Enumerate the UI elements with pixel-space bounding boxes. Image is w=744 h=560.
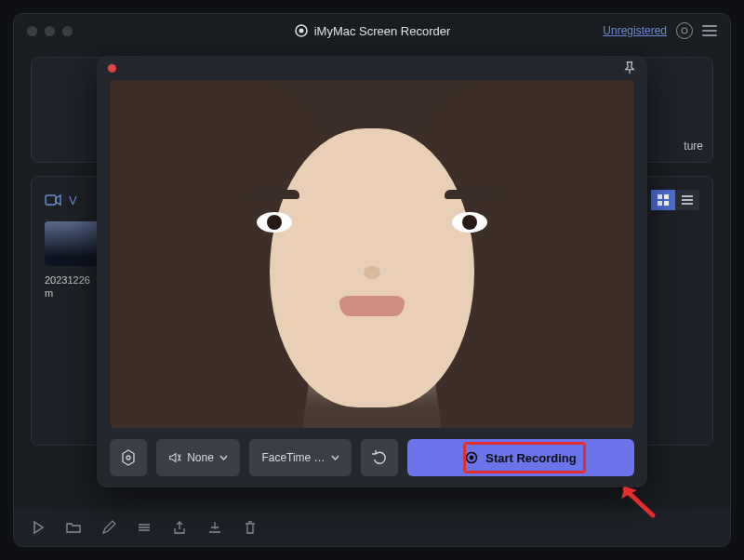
svg-rect-5 bbox=[664, 194, 669, 199]
svg-point-2 bbox=[682, 28, 687, 33]
tool-icon-2[interactable] bbox=[207, 520, 222, 535]
tool-icon-1[interactable] bbox=[137, 520, 152, 535]
section-title-partial: V bbox=[69, 193, 77, 207]
svg-rect-8 bbox=[682, 195, 693, 197]
app-icon bbox=[294, 23, 309, 38]
maximize-dot[interactable] bbox=[62, 26, 73, 36]
svg-point-13 bbox=[470, 456, 474, 460]
grid-view-button[interactable] bbox=[651, 190, 675, 210]
camera-preview bbox=[110, 80, 634, 428]
play-icon[interactable] bbox=[31, 520, 46, 535]
webcam-popup: None FaceTime … Start Recording bbox=[97, 56, 647, 487]
recording-filename: 20231226 m bbox=[45, 273, 102, 300]
audio-label: None bbox=[187, 451, 214, 464]
folder-icon[interactable] bbox=[66, 520, 81, 535]
reset-button[interactable] bbox=[361, 439, 398, 476]
camera-select[interactable]: FaceTime … bbox=[249, 439, 352, 476]
svg-rect-3 bbox=[46, 195, 56, 205]
view-toggle bbox=[651, 190, 699, 210]
export-icon[interactable] bbox=[172, 520, 187, 535]
popup-header bbox=[97, 56, 647, 80]
title-right: Unregistered bbox=[603, 22, 717, 39]
chevron-down-icon bbox=[331, 455, 339, 460]
camera-icon bbox=[45, 193, 61, 207]
minimize-dot[interactable] bbox=[45, 26, 55, 36]
record-icon bbox=[465, 451, 478, 464]
svg-point-1 bbox=[299, 29, 303, 33]
svg-point-11 bbox=[126, 456, 130, 460]
record-indicator-icon bbox=[108, 64, 116, 73]
recording-thumbnail[interactable] bbox=[45, 221, 102, 266]
list-view-button[interactable] bbox=[675, 190, 699, 210]
settings-button[interactable] bbox=[110, 439, 147, 476]
edit-icon[interactable] bbox=[101, 520, 116, 535]
svg-rect-6 bbox=[658, 201, 662, 206]
svg-rect-10 bbox=[682, 203, 693, 205]
audio-select[interactable]: None bbox=[156, 439, 240, 476]
titlebar: iMyMac Screen Recorder Unregistered bbox=[14, 14, 730, 47]
settings-icon[interactable] bbox=[676, 22, 693, 39]
start-recording-label: Start Recording bbox=[485, 451, 577, 465]
svg-point-0 bbox=[296, 25, 307, 36]
popup-toolbar: None FaceTime … Start Recording bbox=[97, 428, 647, 487]
window-controls[interactable] bbox=[27, 26, 73, 36]
svg-rect-9 bbox=[682, 199, 693, 201]
app-title: iMyMac Screen Recorder bbox=[314, 24, 451, 38]
menu-icon[interactable] bbox=[702, 25, 717, 36]
audio-muted-icon bbox=[168, 451, 181, 464]
pin-icon[interactable] bbox=[623, 61, 636, 74]
svg-rect-4 bbox=[658, 194, 662, 199]
undo-icon bbox=[372, 450, 387, 465]
chevron-down-icon bbox=[219, 455, 228, 460]
close-dot[interactable] bbox=[27, 26, 37, 36]
hexagon-settings-icon bbox=[120, 449, 137, 466]
mode-label-partial: ture bbox=[684, 140, 703, 153]
trash-icon[interactable] bbox=[243, 520, 258, 535]
svg-rect-7 bbox=[664, 201, 669, 206]
start-recording-button[interactable]: Start Recording bbox=[407, 439, 634, 476]
camera-label: FaceTime … bbox=[261, 451, 325, 464]
unregistered-link[interactable]: Unregistered bbox=[603, 24, 667, 37]
footer-toolbar bbox=[14, 509, 730, 546]
